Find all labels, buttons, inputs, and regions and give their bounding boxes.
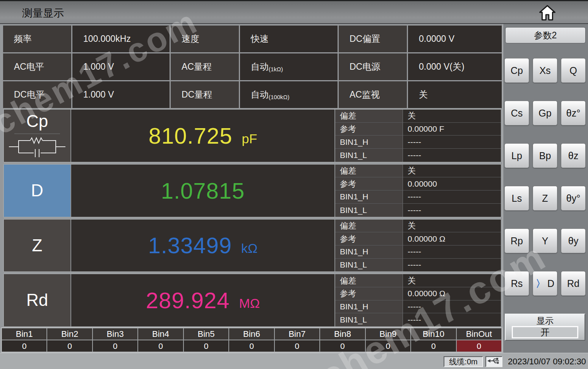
reference-value: 0.00000 Ω — [403, 287, 501, 300]
bin-2: Bin20 — [47, 328, 92, 352]
param-button-ls[interactable]: Ls — [504, 186, 529, 211]
bin-count: 0 — [411, 340, 456, 352]
param-button-rp[interactable]: Rp — [504, 228, 529, 253]
bin-5: Bin50 — [184, 328, 228, 352]
bin1-low-value: ----- — [403, 313, 501, 326]
param-button-lp[interactable]: Lp — [504, 143, 529, 168]
param-value-dc-level[interactable]: 1.000 V — [72, 81, 170, 108]
measurement-unit: kΩ — [241, 241, 257, 256]
param-value-dc-range[interactable]: 自动(100kΩ) — [240, 81, 338, 108]
bin1-high-value: ----- — [403, 191, 501, 204]
reference-label: 参考 — [335, 177, 403, 191]
param-value-ac-level[interactable]: 1.000 V — [72, 53, 170, 80]
param-button-theta-y-deg[interactable]: θy° — [561, 186, 586, 211]
bin-label: Bin1 — [2, 328, 46, 340]
selection-marker-icon: 〉 — [536, 277, 545, 290]
bin1-high-label: BIN1_H — [335, 136, 403, 149]
param-button-cp[interactable]: Cp — [504, 58, 529, 83]
bin-label: Bin7 — [275, 328, 319, 340]
param-button-bp[interactable]: Bp — [533, 143, 557, 168]
measurement-value-d: 1.07815 — [71, 165, 334, 217]
display-toggle-panel: 显示 开 — [505, 314, 585, 341]
bin-label: Bin6 — [229, 328, 274, 340]
param-button-rs[interactable]: Rs — [504, 271, 529, 296]
bin-label: Bin10 — [411, 328, 456, 340]
param-value-ac-monitor[interactable]: 关 — [408, 81, 502, 108]
bin1-low-label: BIN1_L — [335, 259, 403, 272]
bin-count: 0 — [93, 340, 137, 352]
bin-6: Bin60 — [229, 328, 274, 352]
measurement-label-z[interactable]: Z — [4, 220, 71, 272]
bin-out: BinOut0 — [457, 328, 501, 352]
deviation-label: 偏差 — [335, 165, 403, 178]
bin-label: Bin9 — [366, 328, 410, 340]
bin-label: Bin8 — [320, 328, 365, 340]
param-button-rd[interactable]: Rd — [561, 271, 586, 296]
bin-7: Bin70 — [275, 328, 319, 352]
measurement-info-rd: 偏差 关 参考 0.00000 Ω BIN1_H ----- BIN1_L --… — [334, 274, 501, 326]
param-value-dc-bias[interactable]: 0.0000 V — [408, 26, 502, 52]
measurement-value-z: 1.33499 kΩ — [71, 220, 334, 272]
param-button-theta-z[interactable]: θz — [561, 143, 586, 168]
measurement-unit: pF — [242, 131, 257, 146]
measurement-rows: Cp 810.725 pF 偏差 关 参考 — [3, 109, 502, 327]
param-button-cs[interactable]: Cs — [504, 101, 529, 125]
measurement-label-d[interactable]: D — [4, 165, 71, 217]
status-bar: 线缆:0m 2023/10/07 09:02:30 — [0, 353, 588, 369]
param-label-frequency: 频率 — [3, 26, 71, 52]
reference-label: 参考 — [335, 287, 403, 300]
measurement-unit: MΩ — [239, 296, 260, 311]
measurement-row-rd: Rd 289.924 MΩ 偏差 关 参考 0.00000 Ω BIN1_H -… — [3, 273, 502, 327]
param-button-theta-y[interactable]: θy — [561, 228, 586, 253]
bin1-low-value: ----- — [403, 149, 501, 162]
param-button-d-selected[interactable]: 〉D — [533, 271, 557, 296]
bin1-high-label: BIN1_H — [335, 191, 403, 204]
bin-4: Bin40 — [138, 328, 183, 352]
measurement-label-cp[interactable]: Cp — [4, 110, 71, 162]
param-button-gp[interactable]: Gp — [533, 101, 557, 125]
deviation-label: 偏差 — [335, 274, 403, 287]
measurement-label-rd[interactable]: Rd — [4, 274, 71, 326]
param-button-xs[interactable]: Xs — [533, 58, 557, 83]
usb-icon — [487, 357, 501, 366]
bin-counter-strip: Bin10 Bin20 Bin30 Bin40 Bin50 Bin60 Bin7… — [1, 327, 502, 353]
bin-count: 0 — [457, 340, 501, 352]
bin1-low-label: BIN1_L — [335, 149, 403, 162]
parallel-rc-circuit-icon — [8, 136, 66, 160]
bin1-high-value: ----- — [403, 300, 501, 314]
param-value-frequency[interactable]: 100.000kHz — [72, 26, 170, 52]
param-value-dc-source[interactable]: 0.000 V(关) — [408, 53, 502, 80]
param-button-y[interactable]: Y — [533, 228, 557, 253]
measurement-number: 1.07815 — [161, 178, 245, 204]
display-on-button[interactable]: 开 — [512, 326, 578, 338]
home-icon — [539, 16, 556, 22]
param-value-ac-range-sub: (1kΩ) — [269, 66, 283, 72]
datetime-display: 2023/10/07 09:02:30 — [508, 357, 586, 367]
param-label-dc-range: DC量程 — [171, 81, 239, 108]
bin-count: 0 — [138, 340, 183, 352]
bin-1: Bin10 — [2, 328, 46, 352]
param-label-dc-level: DC电平 — [3, 81, 71, 108]
reference-value: 0.00000 Ω — [403, 232, 501, 245]
param-label-speed: 速度 — [171, 26, 239, 52]
bin-10: Bin100 — [411, 328, 456, 352]
measurement-name-d: D — [31, 181, 43, 200]
deviation-value: 关 — [403, 110, 501, 123]
bin-count: 0 — [184, 340, 228, 352]
deviation-label: 偏差 — [335, 110, 403, 123]
param-value-speed[interactable]: 快速 — [240, 26, 338, 52]
param-button-theta-z-deg[interactable]: θz° — [561, 101, 586, 125]
bin-count: 0 — [47, 340, 92, 352]
bin-count: 0 — [2, 340, 46, 352]
param-button-q[interactable]: Q — [561, 58, 586, 83]
bin-label: Bin2 — [47, 328, 92, 340]
param-label-ac-monitor: AC监视 — [339, 81, 407, 108]
bin-count: 0 — [229, 340, 274, 352]
param-value-ac-range[interactable]: 自动(1kΩ) — [240, 53, 338, 80]
display-label: 显示 — [506, 315, 585, 327]
param-button-z[interactable]: Z — [533, 186, 557, 211]
home-button[interactable] — [539, 4, 556, 21]
parameter-sidebar: 参数2 Cp Xs Q Cs Gp θz° Lp Bp θz Ls Z θy° … — [502, 24, 588, 353]
param2-header-button[interactable]: 参数2 — [505, 27, 586, 43]
measurement-info-d: 偏差 关 参考 0.00000 BIN1_H ----- BIN1_L ----… — [334, 165, 501, 217]
